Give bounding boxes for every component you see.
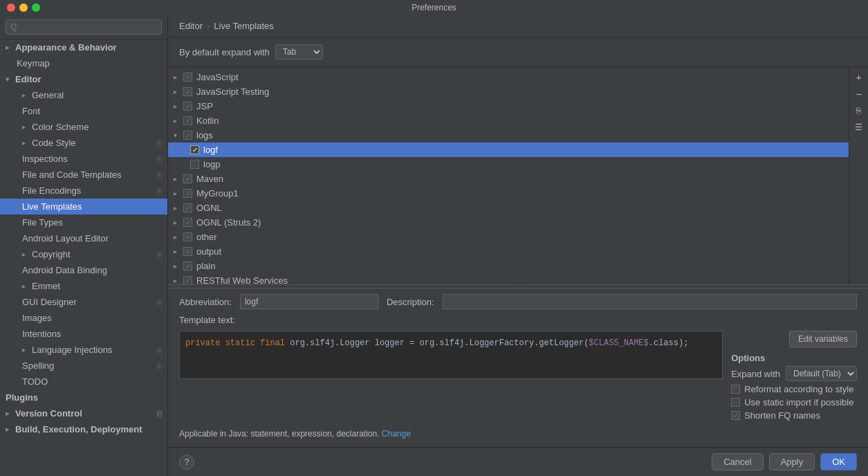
- expand-select[interactable]: Tab Enter Space: [275, 44, 323, 60]
- group-kotlin[interactable]: Kotlin: [168, 113, 868, 128]
- cancel-button[interactable]: Cancel: [712, 453, 763, 470]
- group-output[interactable]: output: [168, 244, 868, 259]
- edit-variables-button[interactable]: Edit variables: [789, 331, 857, 347]
- abbreviation-input[interactable]: [240, 294, 378, 309]
- close-button[interactable]: [7, 3, 15, 12]
- arrow-icon: [22, 139, 30, 147]
- static-import-checkbox[interactable]: [731, 398, 740, 407]
- add-button[interactable]: +: [851, 70, 867, 85]
- group-checkbox[interactable]: [183, 87, 192, 96]
- sidebar-item-intentions[interactable]: Intentions: [0, 326, 167, 342]
- description-input[interactable]: [443, 294, 857, 309]
- search-input[interactable]: [6, 19, 162, 35]
- sidebar-item-spelling[interactable]: Spelling ⎘: [0, 358, 167, 374]
- sidebar-item-copyright[interactable]: Copyright ⎘: [0, 246, 167, 262]
- apply-button[interactable]: Apply: [769, 453, 815, 470]
- static-import-label: Use static import if possible: [744, 397, 853, 408]
- group-checkbox[interactable]: [183, 247, 192, 256]
- group-checkbox[interactable]: [183, 262, 192, 271]
- abbreviation-label: Abbreviation:: [179, 297, 232, 307]
- sidebar-item-file-encodings[interactable]: File Encodings ⎘: [0, 183, 167, 199]
- copy-icon: ⎘: [157, 298, 162, 306]
- expand-arrow-icon: [174, 233, 182, 241]
- group-checkbox[interactable]: [183, 276, 192, 284]
- copy-button[interactable]: ⎘: [851, 103, 867, 118]
- sidebar-item-todo[interactable]: TODO: [0, 374, 167, 390]
- sidebar-item-live-templates[interactable]: Live Templates: [0, 199, 167, 214]
- sidebar-item-file-types[interactable]: File Types: [0, 214, 167, 230]
- group-checkbox[interactable]: [183, 232, 192, 241]
- description-label: Description:: [387, 297, 434, 307]
- shorten-fq-checkbox[interactable]: [731, 411, 740, 420]
- expand-with-select[interactable]: Default (Tab) Tab Enter Space: [786, 366, 857, 381]
- sidebar-item-plugins[interactable]: Plugins: [0, 390, 167, 405]
- search-box[interactable]: [0, 15, 167, 39]
- group-checkbox[interactable]: [183, 218, 192, 227]
- item-checkbox[interactable]: [190, 145, 199, 154]
- group-checkbox[interactable]: [183, 102, 192, 111]
- group-mygroup1[interactable]: MyGroup1: [168, 186, 868, 201]
- sidebar-item-keymap[interactable]: Keymap: [0, 55, 167, 71]
- sidebar-item-font[interactable]: Font: [0, 103, 167, 119]
- group-checkbox[interactable]: [183, 131, 192, 140]
- copy-icon: ⎘: [157, 410, 162, 418]
- title-bar: Preferences: [0, 0, 868, 15]
- ok-button[interactable]: OK: [820, 453, 857, 470]
- group-other[interactable]: other: [168, 230, 868, 244]
- shorten-fq-row: Shorten FQ names: [731, 410, 857, 421]
- group-checkbox[interactable]: [183, 116, 192, 125]
- group-checkbox[interactable]: [183, 189, 192, 198]
- arrow-icon: [22, 250, 30, 258]
- group-ognl-struts[interactable]: OGNL (Struts 2): [168, 215, 868, 230]
- template-item-logp[interactable]: logp: [168, 157, 868, 172]
- item-checkbox[interactable]: [190, 160, 199, 169]
- group-maven[interactable]: Maven: [168, 172, 868, 186]
- sidebar-item-color-scheme[interactable]: Color Scheme: [0, 119, 167, 135]
- group-jsp[interactable]: JSP: [168, 99, 868, 113]
- arrow-icon: [6, 75, 14, 83]
- sidebar-item-inspections[interactable]: Inspections ⎘: [0, 151, 167, 167]
- group-javascript[interactable]: JavaScript: [168, 70, 868, 84]
- template-editor[interactable]: private static final org.slf4j.Logger lo…: [179, 331, 723, 379]
- reformat-label: Reformat according to style: [744, 384, 853, 394]
- sidebar-item-editor[interactable]: Editor: [0, 71, 167, 87]
- maximize-button[interactable]: [32, 3, 40, 12]
- template-text-label: Template text:: [179, 315, 235, 325]
- sidebar-item-android-layout-editor[interactable]: Android Layout Editor: [0, 230, 167, 246]
- help-button[interactable]: ?: [179, 455, 194, 470]
- footer-left: ?: [179, 455, 194, 470]
- group-javascript-testing[interactable]: JavaScript Testing: [168, 84, 868, 99]
- group-plain[interactable]: plain: [168, 259, 868, 273]
- reformat-checkbox[interactable]: [731, 385, 740, 394]
- sidebar-item-build-execution[interactable]: Build, Execution, Deployment: [0, 421, 167, 437]
- group-checkbox[interactable]: [183, 174, 192, 183]
- group-ognl[interactable]: OGNL: [168, 201, 868, 215]
- arrow-icon: [6, 425, 14, 433]
- group-checkbox[interactable]: [183, 73, 192, 82]
- sidebar-item-code-style[interactable]: Code Style ⎘: [0, 135, 167, 151]
- applicable-row: Applicable in Java: statement, expressio…: [179, 426, 857, 441]
- sidebar-item-version-control[interactable]: Version Control ⎘: [0, 405, 167, 421]
- expand-with-label: Expand with: [731, 369, 780, 379]
- group-restful[interactable]: RESTful Web Services: [168, 273, 868, 284]
- expand-arrow-icon: [174, 102, 182, 110]
- arrow-icon: [22, 282, 30, 290]
- applicable-change-link[interactable]: Change: [382, 429, 411, 439]
- sidebar-item-general[interactable]: General: [0, 87, 167, 103]
- sidebar-item-file-code-templates[interactable]: File and Code Templates ⎘: [0, 167, 167, 183]
- move-button[interactable]: ☰: [851, 120, 867, 135]
- sidebar-item-images[interactable]: Images: [0, 310, 167, 326]
- sidebar-item-gui-designer[interactable]: GUI Designer ⎘: [0, 294, 167, 310]
- group-logs[interactable]: logs: [168, 128, 868, 143]
- template-item-logf[interactable]: logf: [168, 143, 868, 157]
- minimize-button[interactable]: [19, 3, 28, 12]
- sidebar-item-appearance[interactable]: Appearance & Behavior: [0, 39, 167, 55]
- expand-arrow-icon: [174, 88, 182, 95]
- sidebar-item-language-injections[interactable]: Language Injections ⎘: [0, 342, 167, 358]
- expand-arrow-icon: [174, 262, 182, 270]
- sidebar-item-android-data-binding[interactable]: Android Data Binding: [0, 262, 167, 278]
- group-checkbox[interactable]: [183, 203, 192, 212]
- expand-arrow-icon: [174, 190, 182, 197]
- remove-button[interactable]: −: [851, 86, 867, 102]
- sidebar-item-emmet[interactable]: Emmet: [0, 278, 167, 294]
